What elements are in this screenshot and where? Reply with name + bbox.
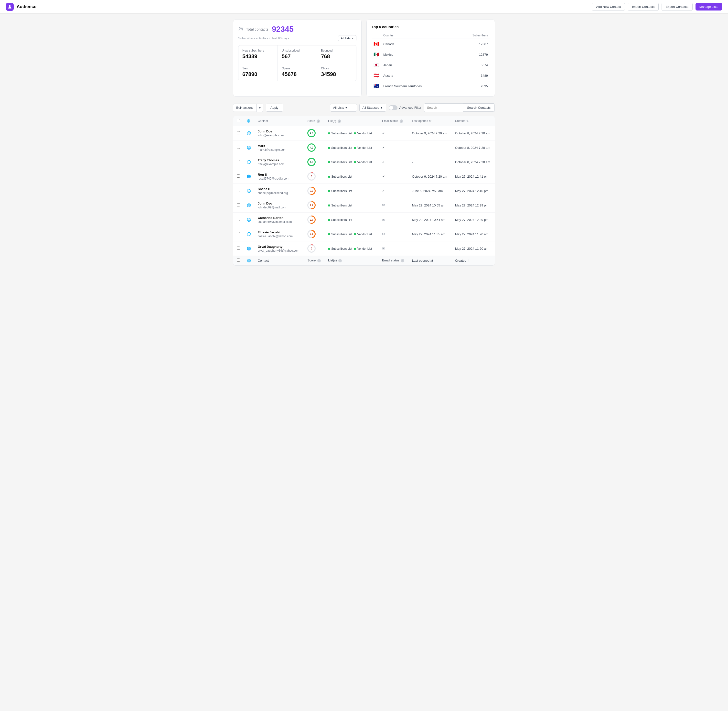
email-status-envelope-icon: ✉	[382, 218, 385, 221]
th-score: Score i	[304, 116, 325, 126]
row-created-cell: May 27, 2024 12:41 pm	[452, 169, 495, 184]
footer-created-sort[interactable]: Created ⇅	[455, 259, 491, 263]
footer-score-info-icon[interactable]: i	[317, 259, 321, 263]
contact-email: rosafi5740@crodity.com	[258, 177, 301, 180]
score-inner: 0	[308, 173, 315, 180]
navbar: Audience Add New Contact Import Contacts…	[0, 0, 728, 14]
contact-name[interactable]: John Doe	[258, 130, 301, 133]
country-col-header: Country	[381, 32, 456, 39]
row-globe-icon: 🌐	[247, 189, 251, 193]
bulk-actions-select[interactable]: Bulk actions ▾	[233, 103, 263, 112]
row-globe-cell: 🌐	[243, 227, 254, 241]
country-row: 🇦🇹 Austria 3489	[371, 70, 490, 81]
country-flag-cell: 🇨🇦	[371, 39, 381, 49]
manage-lists-button[interactable]: Manage Lists	[696, 3, 722, 10]
footer-select-all-checkbox[interactable]	[237, 258, 240, 262]
table-row: 🌐 Shane P shane.p@mailsend.org 2.7 Subsc…	[233, 184, 495, 198]
stats-header: Total contacts 92345	[238, 25, 357, 34]
row-lists-cell: Subscribers List	[325, 169, 379, 184]
contacts-table-wrap: 🌐 Contact Score i List(s) i Email statu	[233, 116, 495, 266]
app-logo	[6, 3, 14, 11]
all-lists-dropdown[interactable]: All lists ▾	[338, 35, 357, 41]
import-contacts-button[interactable]: Import Contacts	[628, 3, 659, 11]
contact-name[interactable]: Flossie Jacobi	[258, 230, 301, 234]
row-lists-cell: Subscribers ListVendor List	[325, 227, 379, 241]
score-inner: 4.0	[308, 130, 315, 136]
row-score-cell: 0	[304, 169, 325, 184]
row-checkbox[interactable]	[237, 174, 240, 178]
row-last-opened-cell: June 5, 2024 7:50 am	[409, 184, 452, 198]
contact-name[interactable]: Tracy Thomas	[258, 158, 301, 162]
contact-name[interactable]: Catharine Barton	[258, 216, 301, 220]
footer-email-status-info-icon[interactable]: i	[401, 259, 404, 263]
contact-name[interactable]: John Deo	[258, 202, 301, 205]
row-globe-icon: 🌐	[247, 218, 251, 221]
list-dot	[354, 233, 356, 235]
country-flag-cell: 🇹🇫	[371, 81, 381, 91]
add-contact-button[interactable]: Add New Contact	[592, 3, 625, 11]
row-checkbox[interactable]	[237, 189, 240, 192]
table-header-row: 🌐 Contact Score i List(s) i Email statu	[233, 116, 495, 126]
lists-info-icon[interactable]: i	[337, 119, 341, 123]
footer-score-col: Score i	[304, 255, 325, 266]
email-status-check-icon: ✓	[382, 131, 385, 135]
export-contacts-button[interactable]: Export Contacts	[662, 3, 693, 11]
footer-globe-icon: 🌐	[247, 259, 251, 263]
row-checkbox-cell	[233, 184, 243, 198]
th-created: Created ⇅	[452, 116, 495, 126]
search-input[interactable]	[424, 104, 463, 111]
contact-name[interactable]: Ron S	[258, 173, 301, 176]
list-tag: Subscribers List	[328, 132, 352, 135]
apply-button[interactable]: Apply	[266, 103, 283, 112]
row-checkbox[interactable]	[237, 146, 240, 149]
list-tag: Subscribers List	[328, 146, 352, 149]
row-score-cell: 4.0	[304, 126, 325, 140]
footer-lists-info-icon[interactable]: i	[338, 259, 342, 263]
row-globe-cell: 🌐	[243, 241, 254, 256]
created-sort[interactable]: Created ⇅	[455, 119, 491, 122]
list-dot	[328, 205, 330, 207]
row-last-opened-cell: -	[409, 155, 452, 169]
list-tag: Subscribers List	[328, 233, 352, 236]
contact-email: catharine59@hotmail.com	[258, 220, 301, 224]
row-contact-cell: Tracy Thomas tracy@example.com	[254, 155, 304, 169]
row-checkbox[interactable]	[237, 160, 240, 163]
contact-name[interactable]: Mark T	[258, 144, 301, 148]
row-checkbox[interactable]	[237, 203, 240, 207]
list-dot	[354, 147, 356, 149]
all-lists-filter[interactable]: All Lists ▾	[330, 103, 357, 112]
row-checkbox[interactable]	[237, 246, 240, 250]
contact-name[interactable]: Shane P	[258, 187, 301, 191]
row-checkbox-cell	[233, 140, 243, 155]
advanced-filter-toggle-switch[interactable]	[389, 105, 398, 110]
row-last-opened-cell: -	[409, 140, 452, 155]
row-checkbox-cell	[233, 227, 243, 241]
list-dot	[328, 219, 330, 221]
all-statuses-filter[interactable]: All Statuses ▾	[360, 103, 386, 112]
row-checkbox[interactable]	[237, 131, 240, 134]
contact-name[interactable]: Orval Daugherty	[258, 245, 301, 248]
score-inner: 2.7	[308, 187, 315, 194]
row-email-status-cell: ✓	[379, 126, 409, 140]
metric-unsubscribed: Unsubscribed 567	[278, 46, 317, 63]
svg-point-2	[242, 28, 243, 29]
row-email-status-cell: ✉	[379, 241, 409, 256]
email-status-info-icon[interactable]: i	[400, 119, 403, 123]
row-globe-cell: 🌐	[243, 184, 254, 198]
list-tag: Subscribers List	[328, 247, 352, 251]
row-contact-cell: Orval Daugherty orval_daugherty39@yahoo.…	[254, 241, 304, 256]
flag-icon: 🇹🇫	[374, 84, 379, 89]
country-count-cell: 3489	[456, 70, 490, 81]
row-checkbox[interactable]	[237, 232, 240, 235]
footer-checkbox-cell	[233, 255, 243, 266]
countries-table: Country Subscribers 🇨🇦 Canada 17367 🇲🇽 M…	[371, 32, 490, 91]
bulk-actions-arrow[interactable]: ▾	[256, 104, 263, 112]
score-info-icon[interactable]: i	[317, 119, 320, 123]
row-score-cell: 4.0	[304, 155, 325, 169]
select-all-checkbox[interactable]	[237, 119, 240, 122]
footer-lists-col: List(s) i	[325, 255, 379, 266]
row-checkbox[interactable]	[237, 218, 240, 221]
search-contacts-button[interactable]: Search Contacts	[463, 103, 495, 112]
list-tag: Subscribers List	[328, 204, 352, 207]
row-lists-cell: Subscribers List	[325, 198, 379, 212]
